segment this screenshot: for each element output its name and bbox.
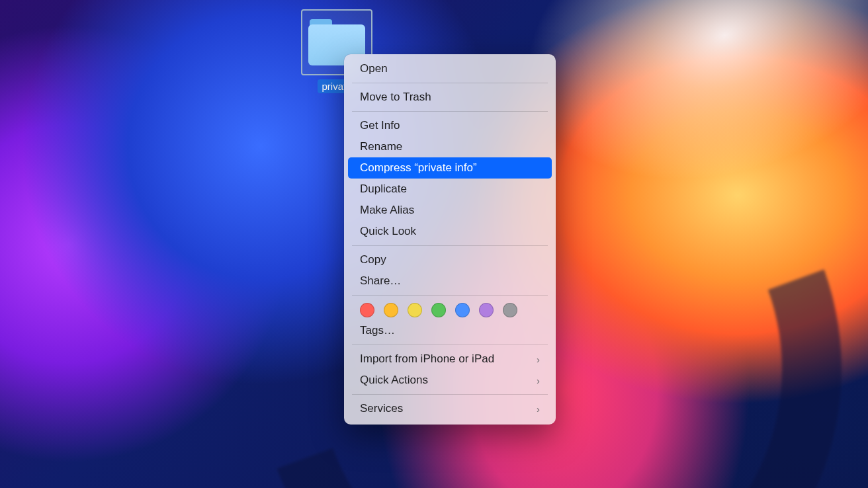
menu-make-alias-label: Make Alias [360, 204, 414, 217]
menu-open-label: Open [360, 62, 388, 75]
menu-quick-actions-label: Quick Actions [360, 374, 428, 387]
menu-separator [352, 394, 548, 395]
tag-dot-orange[interactable] [384, 303, 398, 317]
menu-tags[interactable]: Tags… [348, 320, 552, 341]
menu-trash-label: Move to Trash [360, 91, 431, 104]
menu-import-from-iphone-ipad[interactable]: Import from iPhone or iPad › [348, 348, 552, 370]
menu-rename[interactable]: Rename [348, 136, 552, 157]
menu-get-info[interactable]: Get Info [348, 115, 552, 136]
menu-separator [352, 83, 548, 83]
desktop-wallpaper: private Open Move to Trash Get Info Rena… [0, 0, 868, 488]
menu-rename-label: Rename [360, 140, 402, 153]
menu-duplicate[interactable]: Duplicate [348, 179, 552, 200]
menu-share[interactable]: Share… [348, 270, 552, 292]
menu-separator [352, 245, 548, 246]
menu-services[interactable]: Services › [348, 398, 552, 419]
tag-dot-red[interactable] [360, 303, 374, 317]
menu-compress[interactable]: Compress “private info” [348, 157, 552, 179]
chevron-right-icon: › [537, 375, 540, 386]
chevron-right-icon: › [537, 403, 540, 415]
menu-open[interactable]: Open [348, 58, 552, 79]
menu-separator [352, 295, 548, 296]
menu-copy[interactable]: Copy [348, 249, 552, 270]
menu-make-alias[interactable]: Make Alias [348, 200, 552, 221]
tag-dot-green[interactable] [431, 303, 446, 317]
menu-move-to-trash[interactable]: Move to Trash [348, 87, 552, 108]
tag-dot-yellow[interactable] [408, 303, 422, 317]
menu-services-label: Services [360, 402, 403, 415]
tag-dot-purple[interactable] [479, 303, 494, 317]
menu-copy-label: Copy [360, 253, 386, 266]
menu-import-label: Import from iPhone or iPad [360, 352, 494, 366]
tag-dot-gray[interactable] [503, 303, 517, 317]
chevron-right-icon: › [537, 354, 540, 365]
menu-tag-color-row [348, 299, 552, 320]
menu-quick-look[interactable]: Quick Look [348, 221, 552, 242]
menu-share-label: Share… [360, 274, 401, 288]
menu-quick-look-label: Quick Look [360, 225, 416, 238]
menu-separator [352, 111, 548, 112]
menu-get-info-label: Get Info [360, 119, 400, 132]
menu-duplicate-label: Duplicate [360, 183, 407, 196]
menu-tags-label: Tags… [360, 324, 395, 337]
menu-quick-actions[interactable]: Quick Actions › [348, 370, 552, 391]
tag-dot-blue[interactable] [455, 303, 470, 317]
menu-compress-label: Compress “private info” [360, 161, 477, 175]
context-menu: Open Move to Trash Get Info Rename Compr… [344, 54, 556, 425]
menu-separator [352, 345, 548, 345]
